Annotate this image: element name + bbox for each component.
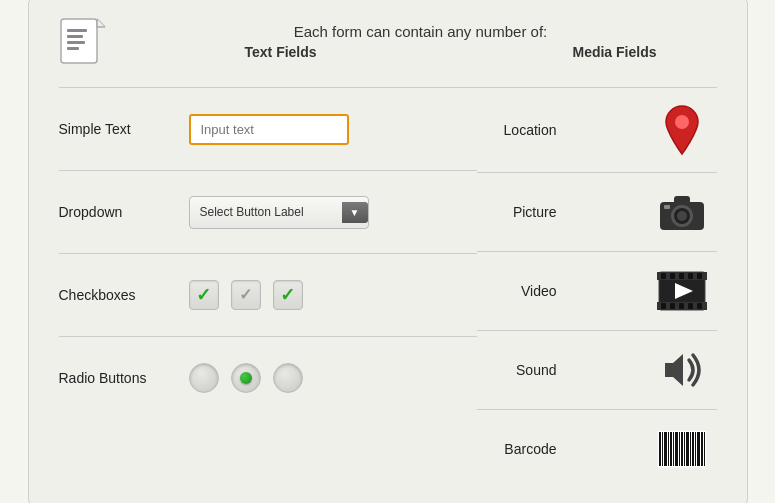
checkbox-1[interactable]: ✓ (189, 280, 219, 310)
dropdown-arrow-icon: ▼ (342, 202, 368, 223)
sound-label: Sound (477, 362, 577, 378)
video-icon-area (647, 270, 717, 312)
barcode-label: Barcode (477, 441, 577, 457)
svg-rect-29 (662, 432, 663, 466)
svg-rect-4 (67, 47, 79, 50)
svg-rect-39 (690, 432, 691, 466)
svg-rect-31 (668, 432, 669, 466)
svg-rect-3 (67, 41, 85, 44)
svg-rect-30 (664, 432, 667, 466)
svg-rect-43 (701, 432, 703, 466)
checkboxes-label: Checkboxes (59, 287, 189, 303)
location-icon-area (647, 104, 717, 156)
checkboxes-control: ✓ ✓ ✓ (189, 280, 477, 310)
row-divider-2 (59, 253, 477, 254)
svg-rect-34 (675, 432, 678, 466)
svg-rect-11 (664, 205, 670, 209)
dropdown-label: Dropdown (59, 204, 189, 220)
svg-rect-32 (670, 432, 672, 466)
text-fields-col-title: Text Fields (245, 44, 317, 60)
radio-1[interactable] (189, 363, 219, 393)
svg-rect-44 (704, 432, 705, 466)
location-label: Location (477, 122, 577, 138)
row-divider-1 (59, 170, 477, 171)
svg-rect-15 (661, 273, 666, 279)
svg-rect-23 (688, 303, 693, 309)
svg-rect-10 (674, 196, 690, 204)
barcode-icon-area (647, 430, 717, 468)
checkbox-2-check: ✓ (239, 287, 252, 303)
svg-rect-40 (692, 432, 694, 466)
svg-rect-2 (67, 35, 83, 38)
video-icon (657, 270, 707, 312)
checkbox-2[interactable]: ✓ (231, 280, 261, 310)
media-fields-column: Location Picture (477, 98, 717, 478)
dropdown-value: Select Button Label (200, 205, 334, 219)
svg-point-5 (675, 115, 689, 129)
checkbox-3[interactable]: ✓ (273, 280, 303, 310)
location-pin-icon (661, 104, 703, 156)
video-label: Video (477, 283, 577, 299)
checkboxes-row: Checkboxes ✓ ✓ ✓ (59, 264, 477, 326)
svg-rect-37 (684, 432, 685, 466)
radio-buttons-row: Radio Buttons (59, 347, 477, 409)
radio-buttons-control (189, 363, 477, 393)
media-divider-1 (477, 172, 717, 173)
sound-row: Sound (477, 341, 717, 399)
content-area: Simple Text Dropdown Select Button Label… (59, 98, 717, 478)
svg-rect-21 (670, 303, 675, 309)
media-divider-2 (477, 251, 717, 252)
simple-text-control (189, 114, 477, 145)
dropdown-button[interactable]: Select Button Label ▼ (189, 196, 369, 229)
header: Each form can contain any number of: Tex… (59, 17, 717, 69)
svg-rect-19 (697, 273, 702, 279)
text-fields-column: Simple Text Dropdown Select Button Label… (59, 98, 477, 478)
svg-point-9 (677, 211, 687, 221)
svg-rect-20 (661, 303, 666, 309)
dropdown-row: Dropdown Select Button Label ▼ (59, 181, 477, 243)
video-row: Video (477, 262, 717, 320)
picture-label: Picture (477, 204, 577, 220)
svg-rect-22 (679, 303, 684, 309)
radio-2-dot (240, 372, 252, 384)
barcode-row: Barcode (477, 420, 717, 478)
svg-rect-38 (686, 432, 689, 466)
svg-rect-33 (673, 432, 674, 466)
sound-icon-area (647, 350, 717, 390)
main-card: Each form can contain any number of: Tex… (28, 0, 748, 503)
radio-buttons-label: Radio Buttons (59, 370, 189, 386)
camera-icon-area (647, 192, 717, 232)
svg-rect-18 (688, 273, 693, 279)
media-divider-4 (477, 409, 717, 410)
simple-text-label: Simple Text (59, 121, 189, 137)
checkbox-1-check: ✓ (196, 286, 211, 304)
header-divider (59, 87, 717, 88)
row-divider-3 (59, 336, 477, 337)
form-document-icon (59, 17, 107, 69)
header-text: Each form can contain any number of: Tex… (125, 23, 717, 64)
sound-icon (657, 350, 707, 390)
svg-rect-17 (679, 273, 684, 279)
radio-3[interactable] (273, 363, 303, 393)
dropdown-control: Select Button Label ▼ (189, 196, 477, 229)
svg-rect-41 (695, 432, 696, 466)
svg-rect-36 (681, 432, 683, 466)
svg-rect-1 (67, 29, 87, 32)
svg-rect-42 (697, 432, 700, 466)
svg-rect-35 (679, 432, 680, 466)
checkbox-3-check: ✓ (280, 286, 295, 304)
camera-icon (658, 192, 706, 232)
header-subtitle: Each form can contain any number of: (125, 23, 717, 40)
location-row: Location (477, 98, 717, 162)
simple-text-row: Simple Text (59, 98, 477, 160)
picture-row: Picture (477, 183, 717, 241)
radio-2[interactable] (231, 363, 261, 393)
media-fields-col-title: Media Fields (572, 44, 656, 60)
svg-rect-16 (670, 273, 675, 279)
svg-rect-24 (697, 303, 702, 309)
svg-rect-28 (659, 432, 661, 466)
barcode-icon (657, 430, 707, 468)
svg-marker-26 (665, 354, 683, 386)
text-input[interactable] (189, 114, 349, 145)
media-divider-3 (477, 330, 717, 331)
